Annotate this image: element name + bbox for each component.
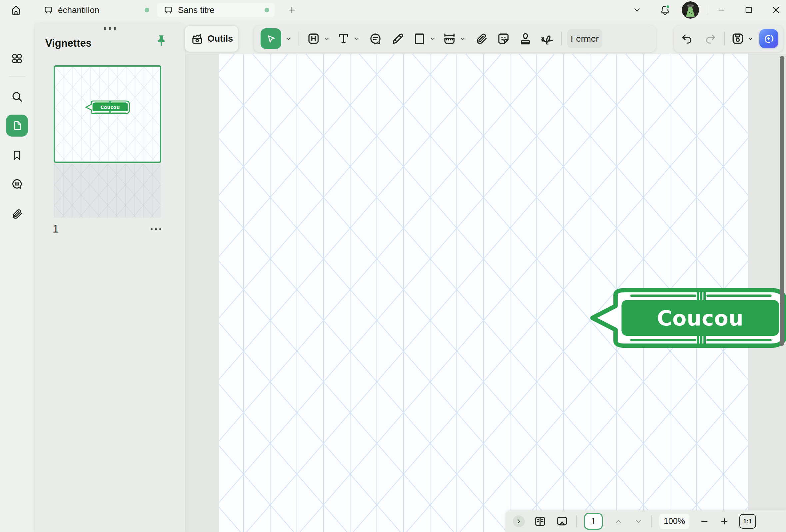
shape-tool-button[interactable] <box>412 31 427 46</box>
close-icon <box>771 5 781 15</box>
pin-panel-button[interactable] <box>152 32 170 52</box>
status-bar: 1 100% 1:1 <box>505 510 786 532</box>
coucou-banner[interactable] <box>586 285 786 350</box>
new-tab-button[interactable] <box>286 4 298 16</box>
page-number-label: 1 <box>53 223 59 235</box>
close-editing-button[interactable]: Fermer <box>567 29 602 48</box>
avatar[interactable] <box>682 1 699 19</box>
text-tool-dropdown[interactable] <box>352 35 361 42</box>
page-options-button[interactable] <box>146 222 165 236</box>
close-editing-label: Fermer <box>571 33 599 44</box>
voice-bubble-icon <box>10 177 24 190</box>
sticker-tool-button[interactable] <box>496 31 511 46</box>
save-icon <box>730 31 745 46</box>
heading-tool-dropdown[interactable] <box>323 35 331 42</box>
next-page-button[interactable] <box>634 517 643 526</box>
zoom-level-value: 100% <box>664 516 685 526</box>
airplay-icon <box>555 515 569 528</box>
close-window-button[interactable] <box>768 3 784 17</box>
redo-button-disabled[interactable] <box>703 31 718 46</box>
pen-tool-button[interactable] <box>390 31 405 46</box>
titlebar: échantillon Sans titre <box>0 0 786 20</box>
two-page-view-button[interactable] <box>533 515 547 528</box>
pages-button-active[interactable] <box>6 115 28 137</box>
two-page-icon <box>533 515 547 528</box>
panel-drag-handle[interactable] <box>104 27 116 30</box>
toolbar-divider <box>724 32 725 46</box>
attach-tool-button[interactable] <box>474 31 489 46</box>
main-toolbar: Fermer <box>254 25 656 52</box>
page-icon <box>11 119 23 132</box>
collapse-statusbar-button[interactable] <box>513 515 525 527</box>
statusbar-divider <box>651 515 652 527</box>
undo-icon <box>680 32 694 45</box>
select-tool-dropdown[interactable] <box>284 35 293 42</box>
zoom-level-button[interactable]: 100% <box>660 514 689 529</box>
actual-size-button[interactable]: 1:1 <box>739 514 756 529</box>
stamp-tool-button[interactable] <box>518 31 533 46</box>
chevron-down-icon <box>353 35 361 42</box>
unsaved-dot <box>264 8 269 12</box>
heading-icon <box>306 31 321 46</box>
heading-tool-button[interactable] <box>306 31 321 46</box>
save-button[interactable] <box>730 31 745 46</box>
redo-icon <box>704 32 717 45</box>
signature-tool-button[interactable] <box>540 31 555 46</box>
zoom-in-button[interactable] <box>719 516 730 526</box>
page-number-input[interactable]: 1 <box>584 513 603 530</box>
ruler-icon <box>442 31 457 46</box>
chevron-down-icon <box>747 35 754 42</box>
window-menu-button[interactable] <box>630 3 644 17</box>
search-icon <box>10 90 24 103</box>
board-icon <box>43 5 53 15</box>
undo-button[interactable] <box>679 31 695 46</box>
search-button[interactable] <box>10 90 24 103</box>
signature-icon <box>540 31 555 46</box>
minimize-button[interactable] <box>714 3 729 17</box>
previous-page-button[interactable] <box>614 517 623 526</box>
home-icon <box>10 4 22 16</box>
chevron-down-icon <box>429 35 437 42</box>
notifications-button[interactable] <box>657 2 673 18</box>
vertical-scrollbar[interactable] <box>780 56 784 346</box>
left-rail <box>0 20 34 532</box>
attachments-button[interactable] <box>11 208 23 220</box>
ruler-tool-dropdown[interactable] <box>459 35 467 42</box>
tools-button[interactable]: Outils <box>185 25 238 52</box>
apps-button[interactable] <box>10 52 24 65</box>
canvas[interactable] <box>219 54 748 532</box>
maximize-button[interactable] <box>741 3 756 17</box>
toolbox-icon <box>190 32 204 46</box>
page-thumbnail-1[interactable] <box>54 65 161 163</box>
tab-echantillon[interactable]: échantillon <box>37 3 155 17</box>
home-button[interactable] <box>8 2 24 18</box>
chevron-right-icon <box>515 518 523 525</box>
bookmarks-button[interactable] <box>11 149 23 162</box>
app-window: Coucou échantillon Sans titre <box>0 0 786 532</box>
shape-tool-dropdown[interactable] <box>429 35 437 42</box>
chevron-down-icon <box>284 35 292 42</box>
present-button[interactable] <box>555 515 569 528</box>
tab-label: échantillon <box>58 5 99 15</box>
copilot-button[interactable] <box>759 29 778 48</box>
zoom-out-button[interactable] <box>699 516 709 526</box>
tab-sans-titre[interactable]: Sans titre <box>157 3 275 17</box>
thumbnails-panel: Vignettes 1 <box>34 23 185 532</box>
unsaved-dot <box>145 8 149 12</box>
voice-notes-button[interactable] <box>10 177 24 190</box>
page-overflow-preview <box>54 164 161 217</box>
save-dropdown[interactable] <box>746 35 755 42</box>
ruler-tool-button[interactable] <box>442 31 457 46</box>
avatar-image <box>682 1 699 19</box>
comment-tool-button[interactable] <box>368 31 383 46</box>
text-tool-button[interactable] <box>336 31 351 46</box>
minus-icon <box>699 516 709 526</box>
actual-size-label: 1:1 <box>743 518 752 525</box>
page-number-value: 1 <box>591 516 596 527</box>
statusbar-divider <box>576 515 577 527</box>
chevron-down-icon <box>632 5 642 15</box>
pin-icon <box>156 34 167 50</box>
bookmark-icon <box>11 149 23 162</box>
select-tool-button-active[interactable] <box>260 28 281 49</box>
plus-icon <box>287 5 297 15</box>
